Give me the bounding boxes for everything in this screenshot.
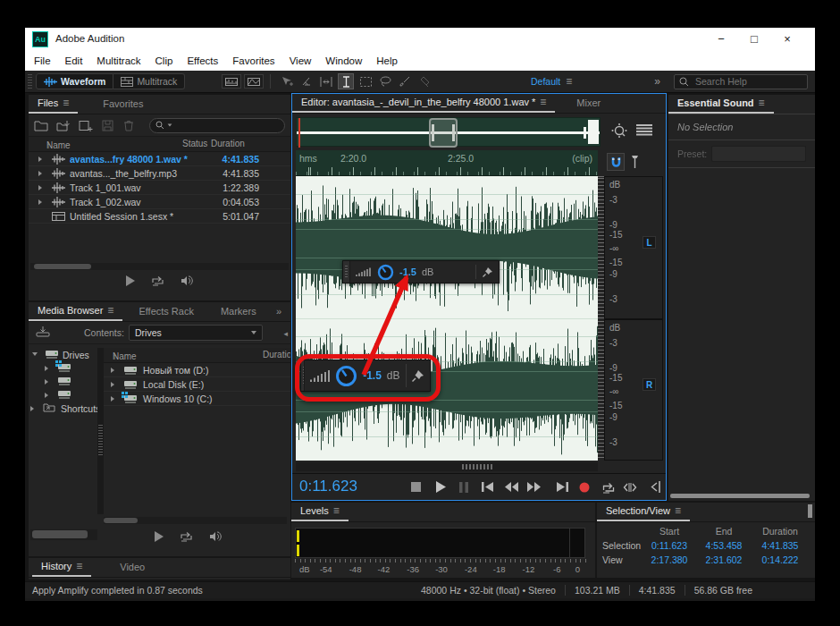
time-value[interactable]: 2:31.602 (697, 554, 751, 565)
expand-chevron-icon[interactable] (111, 382, 114, 387)
snap-magnet-icon[interactable] (607, 153, 625, 171)
rewind-button[interactable] (504, 481, 518, 493)
workspace-selector[interactable]: Default (531, 76, 560, 87)
time-value[interactable]: 4:53.458 (697, 540, 751, 551)
loop-playback-icon[interactable] (151, 275, 164, 286)
menu-item-effects[interactable]: Effects (180, 51, 225, 71)
panel-menu-icon[interactable]: ≡ (333, 504, 340, 517)
paintbrush-selection-tool-icon[interactable] (397, 73, 413, 89)
maximize-button[interactable]: □ (744, 30, 764, 48)
loop-playback-button[interactable] (601, 481, 616, 493)
time-value[interactable]: 0:14.222 (751, 554, 810, 565)
drive-row[interactable]: Windows 10 (C:) (104, 392, 290, 406)
tree-item-drive[interactable] (29, 361, 97, 375)
time-value[interactable]: 0:11.623 (642, 540, 697, 551)
tree-item-shortcuts[interactable]: Shortcuts (29, 402, 97, 415)
spot-healing-brush-tool-icon[interactable] (416, 73, 433, 89)
timeline-ruler[interactable]: hms 2:20.0 2:25.0 (clip) (296, 150, 598, 176)
waveform-display[interactable] (296, 176, 598, 461)
overview-playhead[interactable] (298, 118, 300, 148)
tab-editor[interactable]: Editor: avantasia_-_devil_in_the_belfry … (292, 96, 555, 113)
hud-drag-handle[interactable] (343, 261, 350, 283)
pause-button[interactable] (457, 481, 471, 493)
fast-forward-button[interactable] (526, 481, 541, 493)
tab-effects-rack[interactable]: Effects Rack (130, 306, 203, 321)
loop-playback-icon[interactable] (180, 530, 193, 542)
help-search-box[interactable] (674, 74, 808, 89)
play-icon[interactable] (125, 275, 135, 286)
pin-hud-icon[interactable] (482, 266, 493, 278)
volume-knob-icon[interactable] (377, 264, 394, 281)
move-tool-icon[interactable] (279, 73, 295, 89)
skip-selection-button[interactable] (623, 481, 637, 493)
play-button[interactable] (433, 481, 448, 493)
lasso-selection-tool-icon[interactable] (377, 73, 393, 89)
file-row[interactable]: Untitled Session 1.sesx *5:01.047 (29, 209, 290, 224)
hud-gain-value[interactable]: -1.5 (363, 369, 382, 382)
tabs-overflow-chevrons[interactable]: » (267, 306, 290, 321)
media-list-header[interactable]: Name ↑ Duration (104, 348, 290, 363)
menu-item-clip[interactable]: Clip (148, 51, 181, 71)
menu-item-file[interactable]: File (27, 51, 58, 71)
panel-menu-icon[interactable]: ≡ (63, 97, 69, 109)
files-hscrollbar[interactable] (30, 263, 289, 270)
tab-essential-sound[interactable]: Essential Sound≡ (668, 97, 774, 114)
amplify-hud[interactable]: -1.5 dB (342, 260, 500, 283)
hud-gain-value[interactable]: -1.5 (399, 266, 416, 277)
expand-chevron-icon[interactable] (45, 366, 48, 371)
media-list-hscrollbar[interactable] (104, 517, 287, 524)
tab-files[interactable]: Files≡ (29, 97, 78, 114)
slip-tool-icon[interactable] (318, 73, 334, 89)
expand-chevron-icon[interactable] (38, 171, 42, 176)
expand-chevron-icon[interactable] (45, 393, 48, 398)
editor-hscrollbar[interactable] (296, 462, 598, 471)
menu-item-window[interactable]: Window (318, 51, 369, 71)
expand-chevron-icon[interactable] (38, 156, 42, 162)
multitrack-mode-button[interactable]: Multitrack (113, 73, 185, 89)
drive-row[interactable]: Новый том (D:) (104, 363, 290, 377)
media-browser-splitter[interactable] (97, 348, 104, 514)
tab-mixer[interactable]: Mixer (567, 97, 609, 113)
menu-item-favorites[interactable]: Favorites (225, 51, 281, 71)
spectral-display-button[interactable] (244, 74, 264, 89)
workspace-menu-icon[interactable]: ≡ (566, 75, 572, 88)
tab-history[interactable]: History≡ (32, 560, 91, 577)
tab-video[interactable]: Video (111, 562, 154, 577)
menu-item-edit[interactable]: Edit (58, 51, 90, 71)
toolbar-overflow-chevrons[interactable]: » (654, 75, 661, 88)
marquee-selection-tool-icon[interactable] (357, 73, 374, 89)
expand-chevron-icon[interactable] (111, 368, 114, 373)
file-row[interactable]: avantas..._the_belfry.mp34:41.835 (29, 166, 290, 181)
play-icon[interactable] (154, 531, 164, 542)
contents-dropdown[interactable]: Drives (129, 325, 263, 341)
help-search-input[interactable] (693, 75, 792, 88)
panel-menu-icon[interactable]: ≡ (675, 504, 681, 517)
media-tree-hscrollbar[interactable] (30, 529, 97, 540)
expand-chevron-icon[interactable] (111, 396, 114, 402)
menu-item-view[interactable]: View (282, 51, 319, 71)
tab-favorites[interactable]: Favorites (94, 98, 152, 114)
panel-menu-icon[interactable]: ≡ (107, 304, 113, 317)
channel-badge-left[interactable]: L (643, 236, 656, 249)
import-file-icon[interactable] (56, 120, 71, 131)
waveform-mode-button[interactable]: Waveform (36, 73, 113, 89)
expand-chevron-icon[interactable] (45, 379, 48, 385)
file-row[interactable]: Track 1_002.wav0:04.053 (29, 195, 290, 209)
expand-chevron-icon[interactable] (32, 352, 38, 356)
amplify-hud[interactable]: -1.5 dB (300, 360, 431, 392)
record-button[interactable] (577, 481, 592, 493)
tree-item-drives[interactable]: Drives (29, 348, 97, 361)
expand-chevron-icon[interactable] (38, 185, 42, 190)
open-file-icon[interactable] (34, 120, 48, 131)
scrollbar-thumb[interactable] (808, 504, 812, 518)
auto-play-speaker-icon[interactable] (181, 275, 194, 286)
hud-drag-handle[interactable] (301, 360, 305, 391)
stop-button[interactable] (408, 481, 423, 493)
expand-chevron-icon[interactable] (30, 406, 34, 411)
tab-levels[interactable]: Levels≡ (291, 504, 349, 521)
overview-navigator[interactable] (296, 117, 601, 147)
close-button[interactable]: × (777, 30, 797, 48)
skip-to-start-button[interactable] (480, 481, 494, 493)
volume-knob-icon[interactable] (335, 365, 357, 387)
playhead-time[interactable]: 0:11.623 (299, 478, 357, 495)
